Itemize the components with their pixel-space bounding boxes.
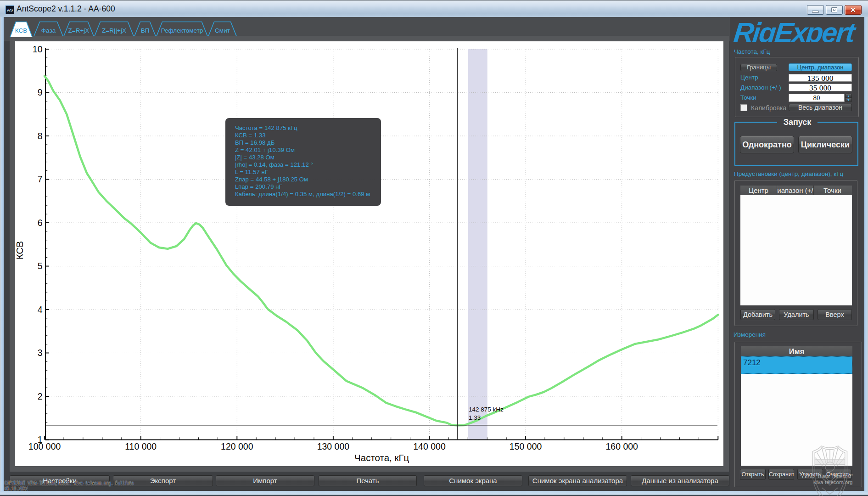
svg-text:120 000: 120 000 — [221, 441, 253, 451]
svg-text:142 875 kHz: 142 875 kHz — [469, 406, 504, 413]
svg-text:Рефлектометр: Рефлектометр — [161, 27, 203, 34]
svg-text:3: 3 — [38, 348, 43, 358]
svg-text:9: 9 — [38, 87, 43, 97]
svg-text:КСВ: КСВ — [15, 241, 25, 259]
svg-text:5: 5 — [38, 261, 43, 271]
svg-text:4: 4 — [38, 304, 43, 315]
svg-text:130 000: 130 000 — [317, 441, 350, 451]
svg-text:140 000: 140 000 — [413, 441, 446, 451]
svg-text:2: 2 — [38, 391, 43, 401]
svg-text:ВП: ВП — [141, 27, 150, 34]
svg-text:8: 8 — [38, 131, 43, 141]
svg-text:Частота, кГц: Частота, кГц — [354, 452, 409, 463]
svg-text:Z=R+jX: Z=R+jX — [68, 27, 90, 34]
svg-text:6: 6 — [38, 218, 43, 228]
svg-text:Фаза: Фаза — [41, 27, 56, 34]
svg-text:Смит: Смит — [215, 27, 230, 34]
svg-text:1.33: 1.33 — [469, 414, 481, 421]
svg-text:Z=R||+jX: Z=R||+jX — [102, 27, 126, 34]
svg-text:10: 10 — [33, 44, 43, 54]
svg-text:100 000: 100 000 — [28, 441, 61, 451]
svg-text:КСВ: КСВ — [15, 27, 27, 34]
svg-text:110 000: 110 000 — [125, 441, 157, 451]
svg-text:150 000: 150 000 — [510, 441, 542, 451]
svg-text:7: 7 — [38, 174, 43, 184]
svg-text:160 000: 160 000 — [605, 441, 638, 451]
